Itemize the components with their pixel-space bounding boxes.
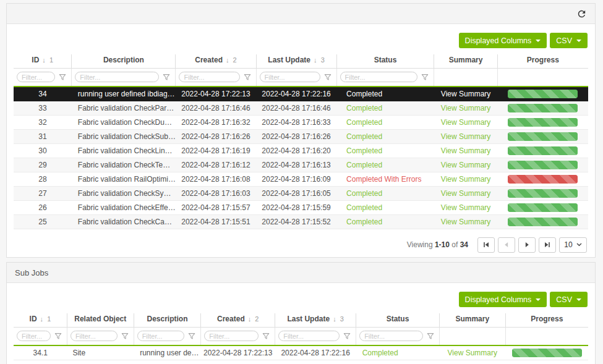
view-summary-link[interactable]: View Summary	[441, 175, 490, 184]
subjobs-panel-body: Displayed Columns CSV ID↓ 1Related Objec…	[7, 283, 595, 360]
view-summary-link[interactable]: View Summary	[441, 203, 490, 212]
filter-input-id[interactable]	[17, 72, 55, 82]
view-summary-link[interactable]: View Summary	[441, 132, 490, 141]
cell-id: 30	[14, 143, 72, 158]
cell-id: 31	[14, 129, 72, 143]
column-header-created[interactable]: Created↓ 2	[176, 54, 256, 69]
filter-input-last_update[interactable]	[278, 331, 340, 341]
caret-down-icon	[576, 298, 581, 301]
cell-last_update: 2022-04-28 17:16:13	[256, 158, 336, 172]
column-header-related_object[interactable]: Related Object	[67, 313, 134, 328]
cell-created: 2022-04-28 17:16:46	[176, 101, 256, 115]
filter-funnel-icon[interactable]	[163, 74, 170, 81]
filter-cell-created	[201, 328, 275, 346]
cell-description: Fabric validation CheckCables ...	[72, 214, 176, 229]
filter-cell-last_update	[256, 69, 336, 87]
page-size-select[interactable]: 10	[559, 237, 587, 253]
status-text: Completed	[346, 132, 382, 141]
filter-input-id[interactable]	[17, 331, 51, 341]
displayed-columns-button[interactable]: Displayed Columns	[459, 292, 547, 307]
cell-created: 2022-04-28 17:16:32	[176, 115, 256, 129]
column-header-summary[interactable]: Summary	[434, 54, 497, 69]
filter-input-related_object[interactable]	[71, 331, 118, 341]
cell-created: 2022-04-28 17:15:57	[176, 200, 256, 214]
cell-description: Fabric validation CheckSubnet...	[72, 129, 176, 143]
table-row[interactable]: 30Fabric validation CheckLinks t...2022-…	[14, 143, 588, 158]
table-row[interactable]: 25Fabric validation CheckCables ...2022-…	[14, 214, 588, 229]
cell-summary: View Summary	[434, 143, 497, 158]
column-header-description[interactable]: Description	[134, 313, 201, 328]
filter-input-created[interactable]	[204, 331, 259, 341]
column-header-status[interactable]: Status	[336, 54, 434, 69]
filter-funnel-icon[interactable]	[188, 332, 195, 340]
subjobs-table: ID↓ 1Related ObjectDescriptionCreated↓ 2…	[14, 313, 588, 360]
cell-progress	[497, 214, 588, 229]
column-header-summary[interactable]: Summary	[439, 313, 505, 328]
cell-progress	[497, 186, 588, 200]
column-header-id[interactable]: ID↓ 1	[14, 54, 72, 69]
cell-related_object: Site	[67, 345, 134, 360]
filter-funnel-icon[interactable]	[427, 332, 434, 340]
last-page-button[interactable]	[539, 237, 556, 253]
view-summary-link[interactable]: View Summary	[441, 118, 490, 127]
first-page-button[interactable]	[477, 237, 495, 253]
table-row[interactable]: 28Fabric validation RailOptimized...2022…	[14, 172, 588, 186]
filter-funnel-icon[interactable]	[54, 332, 62, 340]
column-header-status[interactable]: Status	[356, 313, 440, 328]
cell-progress	[497, 200, 588, 214]
view-summary-link[interactable]: View Summary	[441, 189, 490, 198]
next-page-button[interactable]	[518, 237, 536, 253]
progress-bar	[508, 132, 578, 141]
displayed-columns-button[interactable]: Displayed Columns	[459, 33, 547, 48]
cell-description: Fabric validation CheckTemper...	[72, 158, 176, 172]
view-summary-link[interactable]: View Summary	[441, 90, 490, 98]
table-row[interactable]: 26Fabric validation CheckEffectiv...2022…	[14, 200, 588, 214]
status-text: Completed	[362, 349, 398, 357]
prev-page-button[interactable]	[498, 237, 515, 253]
column-header-last_update[interactable]: Last Update↓ 3	[256, 54, 336, 69]
jobs-panel-header	[7, 4, 595, 24]
column-header-description[interactable]: Description	[72, 54, 176, 69]
csv-button[interactable]: CSV	[550, 33, 588, 48]
cell-description: Fabric validation CheckDuplica...	[72, 115, 176, 129]
view-summary-link[interactable]: View Summary	[441, 218, 490, 226]
column-header-progress[interactable]: Progress	[497, 54, 588, 69]
filter-funnel-icon[interactable]	[59, 74, 66, 81]
column-header-progress[interactable]: Progress	[505, 313, 588, 328]
filter-funnel-icon[interactable]	[244, 74, 251, 81]
table-row[interactable]: 29Fabric validation CheckTemper...2022-0…	[14, 158, 588, 172]
filter-funnel-icon[interactable]	[421, 74, 429, 81]
filter-cell-empty	[434, 69, 497, 87]
filter-input-description[interactable]	[75, 72, 159, 82]
filter-funnel-icon[interactable]	[324, 74, 331, 81]
progress-bar	[508, 189, 578, 198]
column-header-id[interactable]: ID↓ 1	[14, 313, 67, 328]
filter-input-created[interactable]	[179, 72, 239, 82]
table-row[interactable]: 34.1Siterunning user defi...2022-04-28 1…	[14, 345, 588, 360]
filter-funnel-icon[interactable]	[343, 332, 351, 340]
view-summary-link[interactable]: View Summary	[441, 146, 490, 155]
refresh-icon[interactable]	[576, 9, 587, 19]
view-summary-link[interactable]: View Summary	[441, 161, 490, 169]
cell-created: 2022-04-28 17:22:13	[176, 87, 256, 101]
cell-progress	[505, 345, 588, 360]
filter-input-description[interactable]	[137, 331, 185, 341]
filter-input-last_update[interactable]	[260, 72, 320, 82]
view-summary-link[interactable]: View Summary	[448, 349, 497, 357]
table-row[interactable]: 33Fabric validation CheckPartitio...2022…	[14, 101, 588, 115]
filter-funnel-icon[interactable]	[121, 332, 129, 340]
csv-button[interactable]: CSV	[550, 292, 588, 307]
progress-bar	[508, 175, 578, 184]
table-row[interactable]: 32Fabric validation CheckDuplica...2022-…	[14, 115, 588, 129]
table-row[interactable]: 27Fabric validation CheckSymbol...2022-0…	[14, 186, 588, 200]
table-row[interactable]: 34running user defined ibdiagnet...2022-…	[14, 87, 588, 101]
view-summary-link[interactable]: View Summary	[441, 104, 490, 112]
cell-description: running user defined ibdiagnet...	[72, 87, 176, 101]
filter-input-status[interactable]	[359, 331, 423, 341]
column-header-created[interactable]: Created↓ 2	[201, 313, 275, 328]
cell-summary: View Summary	[434, 129, 497, 143]
filter-funnel-icon[interactable]	[262, 332, 270, 340]
column-header-last_update[interactable]: Last Update↓ 3	[275, 313, 356, 328]
filter-input-status[interactable]	[340, 72, 418, 82]
table-row[interactable]: 31Fabric validation CheckSubnet...2022-0…	[14, 129, 588, 143]
